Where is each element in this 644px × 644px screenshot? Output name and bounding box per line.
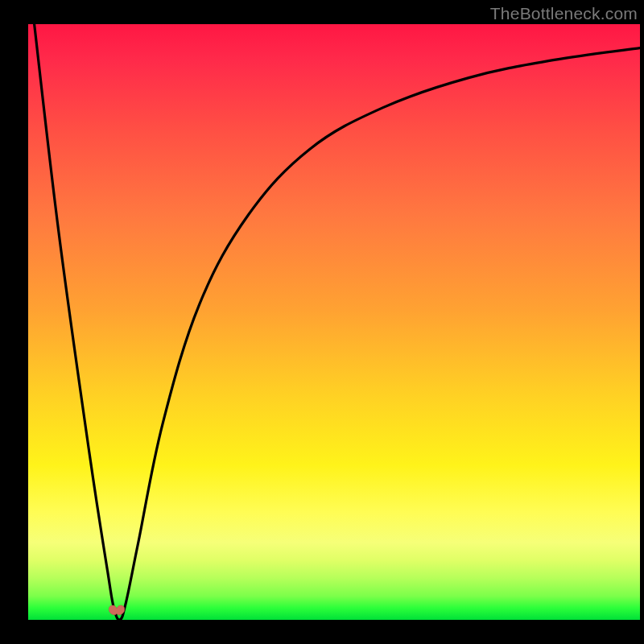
plot-area: [28, 24, 640, 620]
chart-frame: TheBottleneck.com: [0, 0, 644, 644]
watermark-text: TheBottleneck.com: [490, 4, 638, 23]
bottleneck-curve: [28, 24, 640, 620]
